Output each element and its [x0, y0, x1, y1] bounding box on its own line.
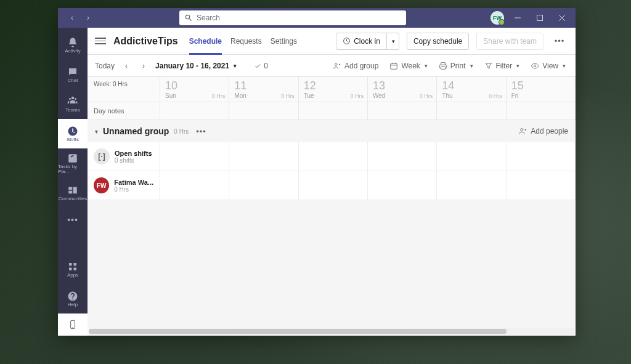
chevron-down-icon: ▾ — [392, 38, 395, 44]
user-row-header[interactable]: FW Fatima Wa... 0 Hrs — [88, 171, 160, 200]
sidebar-item-activity[interactable]: Activity — [58, 30, 88, 60]
close-button[interactable] — [553, 9, 571, 26]
notes-cell[interactable] — [160, 102, 229, 119]
next-week-button[interactable]: › — [138, 60, 149, 71]
day-notes-label: Day notes — [88, 102, 160, 119]
open-shifts-row: [·] Open shifts 0 shifts — [88, 142, 576, 171]
user-row-hours: 0 Hrs — [114, 186, 153, 193]
tab-requests[interactable]: Requests — [230, 28, 262, 55]
day-header-fri[interactable]: 15Fri — [507, 77, 576, 102]
day-header-thu[interactable]: 14Thu0 Hrs — [437, 77, 506, 102]
user-avatar-icon: FW — [94, 177, 109, 193]
sidebar-item-label: Chat — [68, 78, 78, 83]
sidebar-item-chat[interactable]: Chat — [58, 60, 88, 89]
back-button[interactable]: ‹ — [65, 11, 79, 25]
copy-schedule-button[interactable]: Copy schedule — [407, 33, 469, 50]
sidebar-item-communities[interactable]: Communities — [58, 178, 88, 208]
horizontal-scrollbar[interactable] — [89, 328, 574, 334]
sidebar-item-label: Shifts — [67, 137, 79, 142]
day-header-sun[interactable]: 10Sun0 Hrs — [160, 77, 229, 102]
days-header: Week: 0 Hrs 10Sun0 Hrs 11Mon0 Hrs 12Tue0… — [88, 77, 576, 102]
forward-button[interactable]: › — [81, 11, 95, 25]
view-button[interactable]: View▾ — [528, 62, 568, 70]
tab-settings[interactable]: Settings — [271, 28, 297, 55]
shift-cell[interactable] — [437, 171, 506, 200]
notes-cell[interactable] — [437, 102, 506, 119]
shift-cell[interactable] — [507, 171, 576, 200]
svg-point-7 — [534, 65, 536, 67]
sidebar-mobile-button[interactable] — [58, 313, 88, 336]
week-view-button[interactable]: Week▾ — [387, 62, 429, 70]
hamburger-button[interactable] — [95, 36, 106, 47]
shift-cell[interactable] — [299, 171, 368, 200]
chevron-down-icon: ▾ — [425, 63, 428, 69]
date-range-picker[interactable]: January 10 - 16, 2021 ▾ — [155, 62, 237, 70]
chevron-down-icon: ▾ — [516, 63, 519, 69]
shift-cell[interactable] — [299, 142, 368, 171]
group-collapse-toggle[interactable]: ▾ — [95, 128, 98, 135]
shift-cell[interactable] — [160, 142, 229, 171]
app-sidebar: Activity Chat Teams Shifts Tasks by Pla.… — [58, 28, 88, 336]
filter-button[interactable]: Filter▾ — [482, 62, 523, 70]
search-box[interactable] — [179, 10, 406, 25]
minimize-button[interactable] — [509, 9, 526, 26]
svg-rect-1 — [537, 15, 543, 21]
clock-in-button[interactable]: Clock in — [336, 33, 387, 50]
sidebar-item-label: Tasks by Pla... — [58, 164, 88, 174]
nav-arrows: ‹ › — [65, 11, 95, 25]
sidebar-item-teams[interactable]: Teams — [58, 89, 88, 119]
clock-in-dropdown[interactable]: ▾ — [387, 33, 399, 50]
shift-cell[interactable] — [229, 142, 298, 171]
open-shifts-header[interactable]: [·] Open shifts 0 shifts — [88, 142, 160, 171]
day-header-wed[interactable]: 13Wed0 Hrs — [368, 77, 437, 102]
notes-cell[interactable] — [229, 102, 298, 119]
group-name: Unnamed group — [103, 126, 169, 136]
clock-icon — [343, 37, 351, 45]
day-header-mon[interactable]: 11Mon0 Hrs — [229, 77, 298, 102]
add-group-button[interactable]: Add group — [330, 62, 381, 70]
calendar-icon — [389, 62, 398, 70]
print-button[interactable]: Print▾ — [436, 62, 476, 70]
share-with-team-button: Share with team — [476, 33, 543, 50]
shift-cell[interactable] — [507, 142, 576, 171]
shift-cell[interactable] — [368, 142, 437, 171]
user-avatar[interactable]: FW — [491, 11, 504, 25]
help-icon — [67, 291, 78, 302]
notes-cell[interactable] — [299, 102, 368, 119]
main-panel: AddictiveTips Schedule Requests Settings… — [88, 28, 576, 336]
group-more-button[interactable]: ••• — [196, 127, 206, 136]
shift-cell[interactable] — [437, 142, 506, 171]
sidebar-item-apps[interactable]: Apps — [58, 254, 88, 284]
scrollbar-thumb[interactable] — [89, 329, 507, 334]
svg-rect-0 — [515, 18, 521, 18]
shift-cell[interactable] — [229, 171, 298, 200]
sidebar-more-button[interactable]: ••• — [58, 208, 88, 232]
day-header-tue[interactable]: 12Tue0 Hrs — [299, 77, 368, 102]
group-header: ▾ Unnamed group 0 Hrs ••• Add people — [88, 120, 576, 142]
sidebar-item-tasks[interactable]: Tasks by Pla... — [58, 148, 88, 178]
filter-count[interactable]: 0 — [254, 62, 268, 70]
sidebar-item-label: Communities — [59, 196, 88, 201]
sidebar-item-label: Teams — [65, 108, 80, 113]
open-shifts-count: 0 shifts — [115, 157, 152, 164]
tasks-icon — [67, 153, 78, 164]
add-people-button[interactable]: Add people — [518, 127, 568, 135]
svg-rect-6 — [391, 63, 397, 68]
schedule-toolbar: Today ‹ › January 10 - 16, 2021 ▾ 0 Add … — [88, 55, 576, 77]
chevron-down-icon: ▾ — [470, 63, 473, 69]
search-input[interactable] — [197, 14, 401, 22]
shift-cell[interactable] — [160, 171, 229, 200]
sidebar-item-shifts[interactable]: Shifts — [58, 119, 88, 148]
sidebar-item-help[interactable]: Help — [58, 284, 88, 313]
tab-schedule[interactable]: Schedule — [189, 28, 222, 55]
notes-cell[interactable] — [368, 102, 437, 119]
chat-icon — [67, 67, 78, 78]
today-button[interactable]: Today — [95, 62, 115, 70]
header-more-button[interactable]: ••• — [551, 33, 568, 50]
filter-icon — [484, 62, 493, 70]
shift-cell[interactable] — [368, 171, 437, 200]
prev-week-button[interactable]: ‹ — [121, 60, 132, 71]
app-window: ‹ › FW Activity Chat — [58, 8, 576, 336]
maximize-button[interactable] — [531, 9, 548, 26]
notes-cell[interactable] — [507, 102, 576, 119]
